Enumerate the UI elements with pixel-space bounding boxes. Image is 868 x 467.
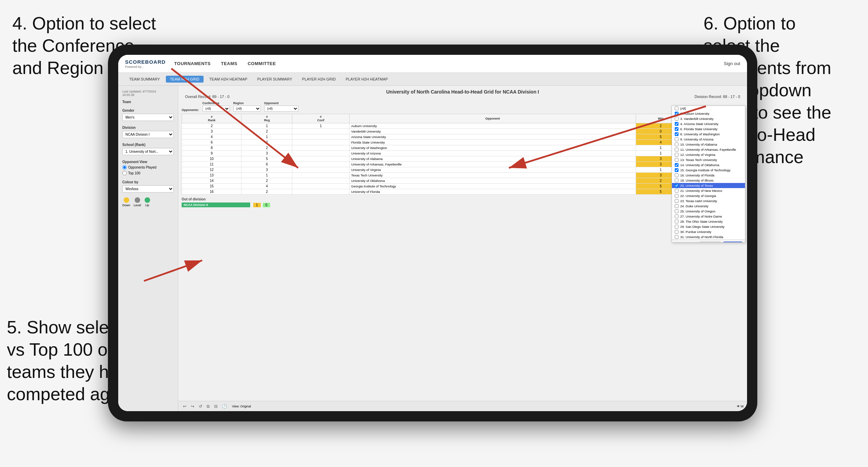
signout-link[interactable]: Sign out [724, 61, 740, 66]
nav-links: TOURNAMENTS TEAMS COMMITTEE [174, 61, 724, 66]
reset-btn[interactable]: ↺ [197, 403, 204, 409]
cell-name: University of Arizona [349, 151, 636, 156]
opponent-panel-item[interactable]: 14. University of Oklahoma [672, 162, 745, 168]
school-select[interactable]: 1. University of Nort... [122, 148, 174, 155]
table-row: 14 2 University of Oklahoma 2 2 [182, 178, 744, 184]
opponent-panel-item[interactable]: 23. Texas A&M University [672, 198, 745, 204]
color-legend: Down Level Up [122, 197, 174, 207]
conference-select[interactable]: (All) [203, 106, 230, 112]
opponent-panel-item[interactable]: 12. University of Virginia [672, 152, 745, 157]
opponent-panel-item[interactable]: 6. Florida State University [672, 126, 745, 132]
opponent-panel-item[interactable]: 9. University of Arizona [672, 137, 745, 142]
ncaa-bar: NCAA Division II [182, 202, 250, 207]
opponent-panel-item[interactable]: 21. University of New Mexico [672, 188, 745, 193]
down-dot [124, 197, 129, 203]
redo-btn[interactable]: ↪ [190, 403, 196, 409]
col-reg: #Reg [242, 114, 292, 123]
sub-nav: TEAM SUMMARY TEAM H2H GRID TEAM H2H HEAT… [118, 73, 747, 86]
logo: SCOREBOARD Powered by... [125, 59, 166, 69]
opponent-select[interactable]: (All) [264, 106, 298, 112]
opponent-panel-item[interactable]: 4. Arizona State University [672, 121, 745, 126]
opponent-panel-item[interactable]: 27. University of Notre Dame [672, 214, 745, 219]
colour-select[interactable]: Win/loss [122, 185, 174, 193]
top-100-radio[interactable]: Top 100 [122, 171, 174, 175]
cell-reg: 1 [242, 123, 292, 129]
table-row: 13 1 Texas Tech University 3 0 [182, 173, 744, 178]
nav-committee[interactable]: COMMITTEE [248, 61, 276, 66]
opponent-panel-item[interactable]: 29. San Diego State University [672, 224, 745, 229]
table-header: University of North Carolina Head-to-Hea… [182, 89, 744, 99]
apply-button[interactable]: Apply [723, 242, 742, 243]
cell-conf [292, 129, 349, 134]
school-label: School (Rank) [122, 143, 174, 147]
opponent-panel-item[interactable]: 8. University of Washington [672, 132, 745, 137]
region-select[interactable]: (All) [233, 106, 261, 112]
team-label: Team [122, 100, 174, 104]
table-records: Overall Record: 89 - 17 - 0 Division Rec… [182, 95, 744, 99]
col-opponent: Opponent [349, 114, 636, 123]
opponent-panel-item[interactable]: (All) [672, 106, 745, 111]
opponent-panel-item[interactable]: 18. University of Illinois [672, 178, 745, 183]
col-conf: #Conf [292, 114, 349, 123]
cell-name: University of Arkansas, Fayetteville [349, 162, 636, 167]
undo-btn[interactable]: ↩ [182, 403, 188, 409]
cell-name: Texas Tech University [349, 173, 636, 178]
opponents-label: Opponents: [182, 108, 199, 112]
opponent-panel-item[interactable]: 13. Texas Tech University [672, 157, 745, 162]
cell-reg: 1 [242, 134, 292, 140]
paste-btn[interactable]: ⊟ [213, 403, 219, 409]
cell-conf [292, 173, 349, 178]
opponents-played-radio[interactable]: Opponents Played [122, 165, 174, 170]
nav-teams[interactable]: TEAMS [221, 61, 237, 66]
opponent-panel-item[interactable]: 10. University of Alabama [672, 142, 745, 147]
opponent-panel-item[interactable]: 15. Georgia Institute of Technology [672, 168, 745, 173]
opponent-panel-item[interactable]: 31. University of North Florida [672, 234, 745, 239]
gender-select[interactable]: Men's [122, 114, 174, 121]
col-rank: #Rank [182, 114, 242, 123]
tablet-screen: SCOREBOARD Powered by... TOURNAMENTS TEA… [118, 55, 747, 411]
subnav-player-summary[interactable]: PLAYER SUMMARY [253, 76, 296, 83]
table-row: 15 4 Georgia Institute of Technology 5 1 [182, 184, 744, 189]
up-dot [145, 197, 150, 203]
table-row: 16 2 University of Florida 5 1 [182, 189, 744, 195]
conference-filter: Conference (All) [203, 101, 230, 112]
subnav-h2h-heatmap[interactable]: TEAM H2H HEATMAP [205, 76, 252, 83]
copy-btn[interactable]: ⧉ [205, 403, 211, 409]
out-of-division: Out of division NCAA Division II 1 0 [182, 197, 744, 207]
table-row: 8 2 University of Washington 1 0 [182, 145, 744, 151]
subnav-h2h-grid[interactable]: TEAM H2H GRID [166, 76, 204, 83]
cell-rank: 13 [182, 173, 242, 178]
region-filter: Region (All) [233, 101, 261, 112]
last-updated: Last Updated: 4/??/2024 16:55:38 [122, 90, 174, 97]
opponent-panel-item[interactable]: 2. Auburn University [672, 111, 745, 116]
division-select[interactable]: NCAA Division I [122, 131, 174, 138]
cell-name: University of Alabama [349, 156, 636, 162]
filters-row: Opponents: Conference (All) Region (All) [182, 101, 744, 112]
opponents-filter: Opponents: [182, 108, 199, 112]
opponent-panel-item[interactable]: 22. University of Georgia [672, 193, 745, 198]
cell-conf [292, 167, 349, 173]
opponent-panel-item[interactable]: 16. University of Florida [672, 173, 745, 178]
cell-reg: 2 [242, 189, 292, 195]
panel-footer: Cancel Apply [672, 239, 745, 243]
cell-rank: 4 [182, 134, 242, 140]
cell-rank: 11 [182, 162, 242, 167]
opponent-panel-item[interactable]: 30. Purdue University [672, 229, 745, 234]
subnav-team-summary[interactable]: TEAM SUMMARY [125, 76, 164, 83]
table-header-row: #Rank #Reg #Conf Opponent Win Loss [182, 114, 744, 123]
region-label: Region [233, 101, 261, 105]
opponent-panel-item[interactable]: 11. University of Arkansas, Fayetteville [672, 147, 745, 152]
opponent-panel-item[interactable]: 25. University of Oregon [672, 209, 745, 214]
subnav-player-h2h-grid[interactable]: PLAYER H2H GRID [298, 76, 340, 83]
cell-conf [292, 134, 349, 140]
cancel-button[interactable]: Cancel [700, 242, 721, 243]
opponent-panel-item[interactable]: 28. The Ohio State University [672, 219, 745, 224]
opponent-panel-item[interactable]: 20. University of Texas [672, 183, 745, 188]
subnav-player-h2h-heatmap[interactable]: PLAYER H2H HEATMAP [342, 76, 392, 83]
cell-reg: 2 [242, 129, 292, 134]
cell-name: University of Florida [349, 189, 636, 195]
nav-tournaments[interactable]: TOURNAMENTS [174, 61, 210, 66]
cell-rank: 3 [182, 129, 242, 134]
opponent-panel-item[interactable]: 3. Vanderbilt University [672, 116, 745, 121]
opponent-panel-item[interactable]: 24. Duke University [672, 204, 745, 209]
